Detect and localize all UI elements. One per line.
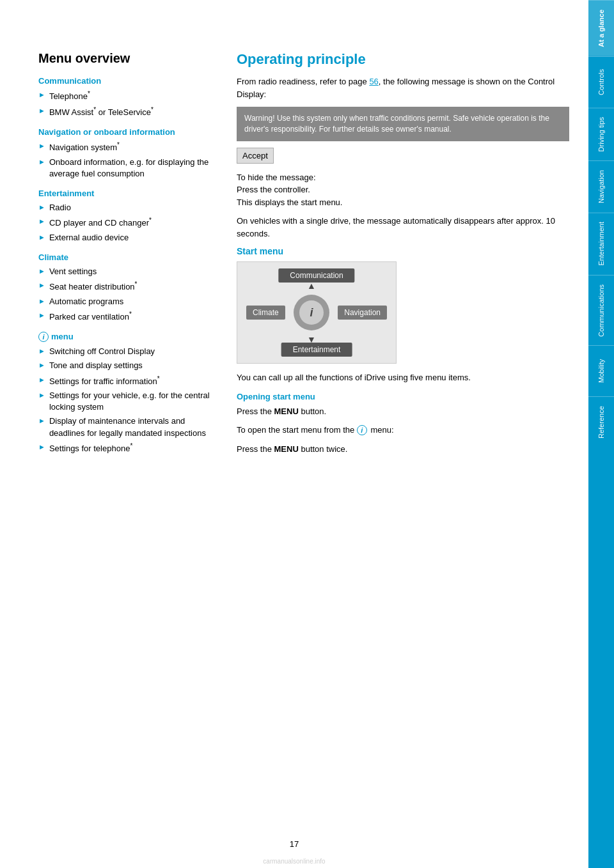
item-text: Radio — [49, 202, 71, 213]
operating-principle-title: Operating principle — [237, 51, 569, 68]
bullet-arrow-icon: ► — [38, 267, 45, 276]
opening-start-menu-heading: Opening start menu — [237, 392, 569, 401]
warning-text: Warning! Use this system only when traff… — [244, 114, 549, 134]
item-text: Settings for traffic information* — [49, 375, 160, 388]
bullet-arrow-icon: ► — [38, 90, 45, 100]
right-column: Operating principle From radio readiness… — [237, 51, 569, 461]
info-icon: i — [38, 332, 49, 342]
sidebar-tab-navigation[interactable]: Navigation — [588, 160, 614, 212]
bullet-arrow-icon: ► — [38, 360, 45, 370]
climate-heading: Climate — [38, 252, 217, 262]
item-text: Tone and display settings — [49, 360, 143, 371]
item-text: Telephone* — [49, 89, 90, 103]
sidebar-tab-controls[interactable]: Controls — [588, 56, 614, 107]
left-column: Menu overview Communication ► Telephone*… — [38, 51, 217, 461]
list-item: ► Tone and display settings — [38, 360, 217, 371]
intro-text: From radio readiness, refer to page 56, … — [237, 75, 569, 100]
i-menu-label: menu — [51, 332, 74, 341]
opening-step-1: Press the MENU button. — [237, 405, 569, 418]
opening-step-2: To open the start menu from the i menu: — [237, 424, 569, 437]
info-center-icon: i — [310, 306, 313, 320]
page-link[interactable]: 56 — [369, 77, 378, 86]
sidebar-tab-driving-tips[interactable]: Driving tips — [588, 107, 614, 160]
sidebar-tab-label: Driving tips — [597, 117, 605, 151]
item-text: CD player and CD changer* — [49, 216, 152, 229]
bullet-arrow-icon: ► — [38, 106, 45, 116]
list-item: ► Switching off Control Display — [38, 346, 217, 357]
bullet-arrow-icon: ► — [38, 311, 45, 320]
list-item: ► Vent settings — [38, 266, 217, 277]
diagram-middle-row: Climate ▲ i ▼ — [237, 295, 396, 330]
sidebar-tab-at-a-glance[interactable]: At a glance — [588, 0, 614, 56]
bullet-arrow-icon: ► — [38, 297, 45, 306]
bullet-arrow-icon: ► — [38, 375, 45, 385]
bullet-arrow-icon: ► — [38, 346, 45, 356]
diagram-communication-label: Communication — [278, 268, 354, 283]
list-item: ► CD player and CD changer* — [38, 216, 217, 229]
item-text: External audio device — [49, 232, 129, 244]
item-text: BMW Assist* or TeleService* — [49, 105, 154, 119]
list-item: ► Settings for traffic information* — [38, 375, 217, 388]
sidebar-tab-label: Mobility — [597, 359, 605, 383]
sidebar-tab-label: Controls — [597, 69, 605, 95]
item-text: Switching off Control Display — [49, 346, 155, 357]
sidebar-tab-mobility[interactable]: Mobility — [588, 345, 614, 396]
sidebar-tab-label: Entertainment — [597, 222, 605, 265]
list-item: ► Navigation system* — [38, 141, 217, 154]
item-text: Navigation system* — [49, 141, 120, 154]
list-item: ► Settings for telephone* — [38, 442, 217, 455]
entertainment-heading: Entertainment — [38, 189, 217, 198]
communication-heading: Communication — [38, 76, 217, 86]
list-item: ► Settings for your vehicle, e.g. for th… — [38, 390, 217, 413]
info-icon-inline: i — [357, 425, 367, 435]
warning-box: Warning! Use this system only when traff… — [237, 107, 569, 141]
sidebar-tab-label: Navigation — [597, 170, 605, 203]
list-item: ► BMW Assist* or TeleService* — [38, 105, 217, 119]
communication-section: Communication ► Telephone* ► BMW Assist*… — [38, 76, 217, 118]
list-item: ► Radio — [38, 202, 217, 213]
diagram-climate-label: Climate — [246, 306, 285, 320]
sidebar-tab-reference[interactable]: Reference — [588, 396, 614, 447]
list-item: ► Seat heater distribution* — [38, 280, 217, 293]
bullet-arrow-icon: ► — [38, 391, 45, 400]
list-item: ► Display of maintenance intervals and d… — [38, 415, 217, 438]
item-text: Seat heater distribution* — [49, 280, 138, 293]
bullet-arrow-icon: ► — [38, 442, 45, 452]
list-item: ► Parked car ventilation* — [38, 310, 217, 323]
sidebar-tab-label: Communications — [597, 284, 605, 337]
list-item: ► Onboard information, e.g. for displayi… — [38, 157, 217, 180]
sidebar-tab-label: Reference — [597, 407, 605, 439]
sidebar-tab-label: At a glance — [597, 10, 605, 47]
bullet-arrow-icon: ► — [38, 141, 45, 151]
item-text: Automatic programs — [49, 296, 123, 307]
list-item: ► Telephone* — [38, 89, 217, 103]
bullet-arrow-icon: ► — [38, 281, 45, 290]
list-item: ► External audio device — [38, 232, 217, 244]
climate-section: Climate ► Vent settings ► Seat heater di… — [38, 252, 217, 323]
controller-center: i — [299, 300, 324, 325]
diagram-navigation-label: Navigation — [338, 306, 387, 320]
bullet-arrow-icon: ► — [38, 233, 45, 242]
accept-label: Accept — [242, 151, 268, 160]
navigation-heading: Navigation or onboard information — [38, 127, 217, 137]
sidebar-tab-communications[interactable]: Communications — [588, 275, 614, 346]
menu-bold-1: MENU — [274, 407, 299, 416]
menu-bold-2: MENU — [274, 444, 299, 454]
i-menu-heading: i menu — [38, 332, 217, 342]
item-text: Settings for telephone* — [49, 442, 132, 455]
diagram-entertainment-label: Entertainment — [281, 343, 352, 357]
opening-step-3: Press the MENU button twice. — [237, 443, 569, 456]
idrive-diagram: Communication Climate ▲ i — [237, 261, 397, 364]
item-text: Onboard information, e.g. for displaying… — [49, 157, 217, 180]
watermark: carmanualsonline.info — [0, 858, 588, 865]
item-text: Display of maintenance intervals and dea… — [49, 415, 217, 438]
sidebar-tab-entertainment[interactable]: Entertainment — [588, 212, 614, 274]
controller-ring: i — [294, 295, 329, 330]
bullet-arrow-icon: ► — [38, 157, 45, 167]
accept-button[interactable]: Accept — [237, 148, 274, 164]
list-item: ► Automatic programs — [38, 296, 217, 307]
bullet-arrow-icon: ► — [38, 217, 45, 226]
entertainment-section: Entertainment ► Radio ► CD player and CD… — [38, 189, 217, 244]
hide-instruction-1: To hide the message:Press the controller… — [237, 171, 569, 209]
auto-hide-text: On vehicles with a single drive, the mes… — [237, 215, 569, 240]
